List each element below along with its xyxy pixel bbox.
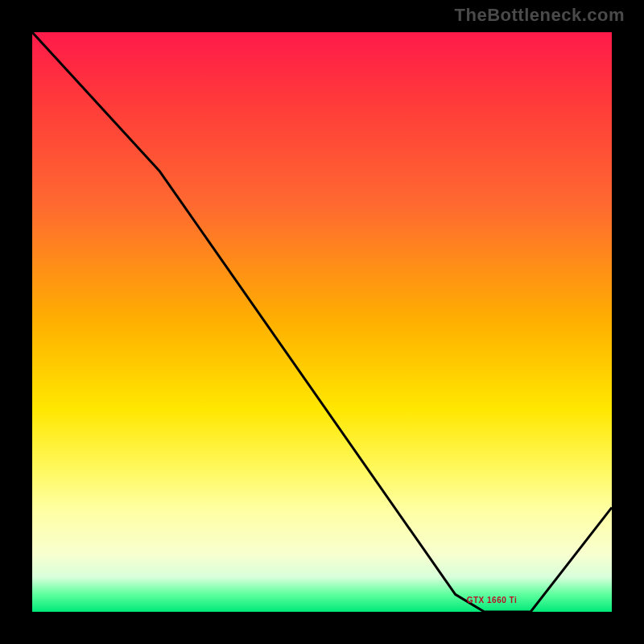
watermark-text: TheBottleneck.com	[455, 5, 625, 26]
plot-area: GTX 1660 Ti	[32, 32, 612, 612]
target-gpu-label: GTX 1660 Ti	[467, 596, 518, 605]
background-gradient	[32, 32, 612, 612]
chart-container: TheBottleneck.com GTX 1660 Ti	[0, 0, 644, 644]
